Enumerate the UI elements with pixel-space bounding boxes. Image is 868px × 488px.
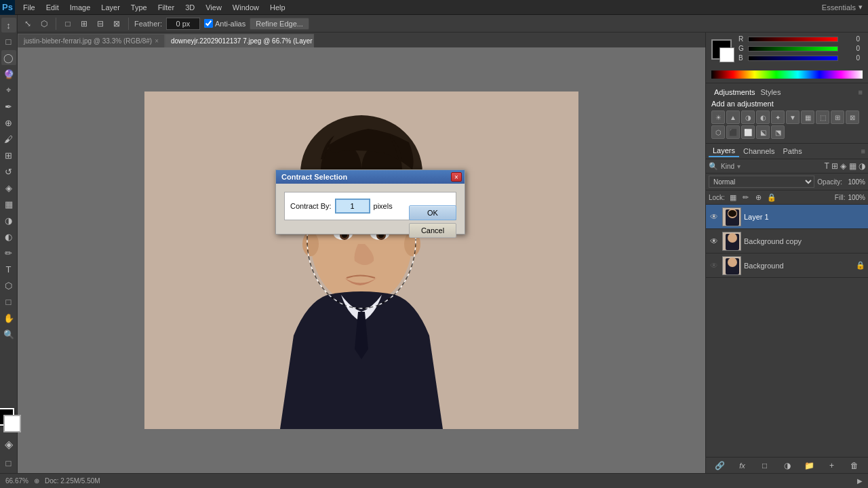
- kind-chevron-icon[interactable]: ▾: [737, 163, 741, 170]
- bw-adj-icon[interactable]: ⬚: [816, 110, 829, 124]
- layer-item-layer1[interactable]: 👁 Layer 1: [706, 205, 868, 229]
- refine-edge-button[interactable]: Refine Edge...: [250, 18, 309, 30]
- ok-button[interactable]: OK: [409, 205, 456, 220]
- brush-tool[interactable]: 🖌: [1, 131, 16, 146]
- channelmix-adj-icon[interactable]: ⊠: [846, 110, 859, 124]
- cancel-button[interactable]: Cancel: [409, 223, 456, 238]
- lock-position-icon[interactable]: ✏: [741, 192, 751, 203]
- collorlookup-adj-icon[interactable]: ⬡: [711, 125, 725, 139]
- layer-new-button[interactable]: +: [825, 459, 839, 472]
- menu-file[interactable]: File: [18, 2, 41, 13]
- new-selection-icon[interactable]: □: [62, 18, 74, 30]
- menu-filter[interactable]: Filter: [153, 2, 180, 13]
- quick-select-tool[interactable]: 🔮: [1, 66, 16, 81]
- lock-pixels-icon[interactable]: ▦: [728, 192, 738, 203]
- lock-move-icon[interactable]: ⊕: [753, 192, 764, 203]
- paths-tab[interactable]: Paths: [779, 146, 806, 157]
- history-brush-tool[interactable]: ↺: [1, 164, 16, 179]
- crop-tool[interactable]: ⌖: [1, 83, 16, 98]
- tab-file-2[interactable]: downeyjr.22029012137 7.jpeg @ 66.7% (Lay…: [165, 34, 314, 47]
- brightness-adj-icon[interactable]: ☀: [711, 110, 725, 124]
- tab-file-1[interactable]: justin-bieber-ferrari.jpg @ 33.3% (RGB/8…: [18, 34, 165, 47]
- invert-adj-icon[interactable]: ⬛: [726, 125, 740, 139]
- canvas-area: Contract Selection × Contract By: 1 pixe…: [18, 47, 705, 473]
- clone-tool[interactable]: ⊞: [1, 148, 16, 163]
- eyedropper-tool[interactable]: ✒: [1, 99, 16, 114]
- feather-input[interactable]: [166, 18, 200, 30]
- contract-by-input[interactable]: 1: [336, 199, 370, 213]
- layer1-visibility-icon[interactable]: 👁: [709, 211, 719, 222]
- type-tool[interactable]: T: [1, 262, 16, 277]
- layer-delete-button[interactable]: 🗑: [848, 459, 861, 472]
- dialog-close-button[interactable]: ×: [451, 172, 462, 182]
- quick-mask-tool[interactable]: ◈: [1, 436, 16, 451]
- shape-tool[interactable]: □: [1, 294, 16, 309]
- threshold-adj-icon[interactable]: ⬕: [756, 125, 770, 139]
- channels-tab[interactable]: Channels: [739, 146, 778, 157]
- menu-image[interactable]: Image: [64, 2, 96, 13]
- gradient-tool[interactable]: ▦: [1, 197, 16, 211]
- layers-tab[interactable]: Layers: [709, 145, 739, 157]
- hsl-adj-icon[interactable]: ▼: [786, 110, 800, 124]
- lasso-tool[interactable]: ◯: [1, 50, 16, 65]
- marquee-tool[interactable]: □: [1, 34, 16, 49]
- path-tool[interactable]: ⬡: [1, 278, 16, 293]
- tab-close-1[interactable]: ×: [155, 37, 159, 45]
- subtract-selection-icon[interactable]: ⊟: [94, 18, 106, 30]
- hand-tool[interactable]: ✋: [1, 310, 16, 325]
- layer-fx-button[interactable]: fx: [736, 459, 749, 472]
- bgcopy-name: Background copy: [744, 237, 865, 245]
- fg-color-swatch[interactable]: [711, 39, 732, 60]
- posterize-adj-icon[interactable]: ⬜: [741, 125, 755, 139]
- right-panel: Color Swatches ≡ R 0 G 0: [705, 15, 868, 473]
- layers-panel-menu[interactable]: ≡: [861, 147, 865, 155]
- exposure-adj-icon[interactable]: ◐: [756, 110, 770, 124]
- photofilter-adj-icon[interactable]: ⊞: [831, 110, 844, 124]
- colorbal-adj-icon[interactable]: ▦: [801, 110, 814, 124]
- background-visibility-icon[interactable]: 👁: [709, 260, 719, 271]
- gradmap-adj-icon[interactable]: ⬔: [771, 125, 785, 139]
- timeline-icon[interactable]: ▶: [857, 477, 863, 485]
- layer-group-button[interactable]: 📁: [803, 459, 816, 472]
- layer-item-bgcopy[interactable]: 👁 Background copy: [706, 229, 868, 253]
- layers-list: 👁 Layer 1 👁: [706, 205, 868, 457]
- menu-view[interactable]: View: [200, 2, 227, 13]
- move-tool[interactable]: ↕: [1, 18, 16, 33]
- menu-type[interactable]: Type: [125, 2, 153, 13]
- bgcopy-visibility-icon[interactable]: 👁: [709, 236, 719, 247]
- bg-color-swatch[interactable]: [719, 47, 734, 62]
- adjustments-tab[interactable]: Adjustments: [711, 87, 758, 97]
- vibrance-adj-icon[interactable]: ✦: [771, 110, 785, 124]
- layer-mask-button[interactable]: □: [758, 459, 772, 472]
- layer-item-background[interactable]: 👁 Background 🔒: [706, 253, 868, 278]
- blur-tool[interactable]: ◑: [1, 213, 16, 228]
- screen-mode-tool[interactable]: □: [1, 455, 16, 470]
- intersect-selection-icon[interactable]: ⊠: [111, 18, 123, 30]
- styles-tab[interactable]: Styles: [758, 87, 784, 97]
- layer1-name: Layer 1: [744, 213, 865, 221]
- dialog-body: Contract By: 1 pixels OK Cancel: [276, 184, 465, 234]
- healing-tool[interactable]: ⊕: [1, 115, 16, 130]
- menu-layer[interactable]: Layer: [96, 2, 125, 13]
- adj-panel-menu[interactable]: ≡: [859, 88, 863, 96]
- zoom-tool[interactable]: 🔍: [1, 327, 16, 342]
- eraser-tool[interactable]: ◈: [1, 180, 16, 195]
- menu-3d[interactable]: 3D: [180, 2, 200, 13]
- lasso-options-icon[interactable]: ⬡: [38, 18, 50, 30]
- pen-tool[interactable]: ✏: [1, 245, 16, 260]
- dodge-tool[interactable]: ◐: [1, 229, 16, 244]
- menu-window[interactable]: Window: [227, 2, 264, 13]
- antialiase-checkbox[interactable]: [204, 19, 213, 28]
- layer-link-button[interactable]: 🔗: [713, 459, 727, 472]
- lock-all-icon[interactable]: 🔒: [766, 192, 777, 203]
- layer-adjustment-button[interactable]: ◑: [781, 459, 794, 472]
- blend-mode-select[interactable]: Normal: [709, 176, 814, 188]
- levels-adj-icon[interactable]: ▲: [726, 110, 740, 124]
- layer1-thumbnail: [722, 207, 741, 226]
- add-selection-icon[interactable]: ⊞: [78, 18, 90, 30]
- curves-adj-icon[interactable]: ◑: [741, 110, 755, 124]
- menu-edit[interactable]: Edit: [41, 2, 64, 13]
- status-icon: ⊕: [34, 477, 39, 485]
- menu-help[interactable]: Help: [264, 2, 291, 13]
- color-spectrum-bar[interactable]: [711, 70, 863, 79]
